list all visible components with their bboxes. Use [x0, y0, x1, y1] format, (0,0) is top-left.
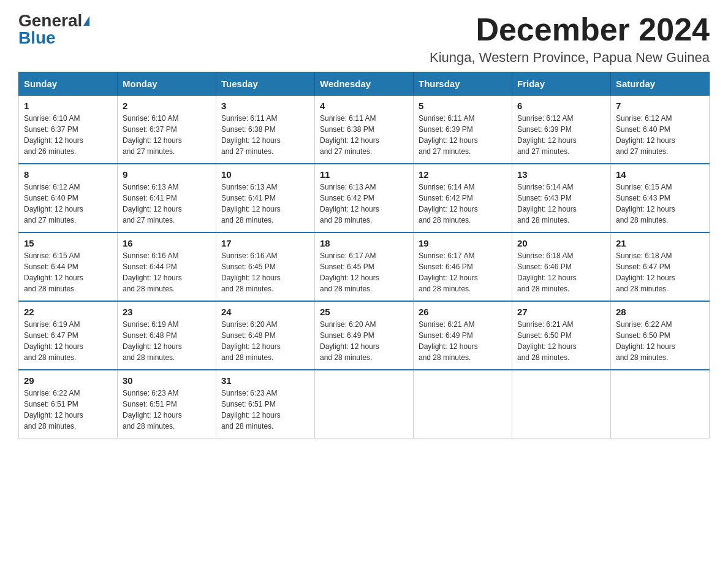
day-number: 31 [221, 375, 309, 386]
calendar-week-row: 1Sunrise: 6:10 AMSunset: 6:37 PMDaylight… [19, 96, 710, 164]
calendar-cell: 1Sunrise: 6:10 AMSunset: 6:37 PMDaylight… [19, 96, 118, 164]
calendar-cell: 10Sunrise: 6:13 AMSunset: 6:41 PMDayligh… [216, 164, 315, 232]
calendar-cell: 12Sunrise: 6:14 AMSunset: 6:42 PMDayligh… [414, 164, 512, 232]
day-number: 21 [616, 238, 704, 248]
day-number: 29 [24, 375, 112, 386]
day-info: Sunrise: 6:10 AMSunset: 6:37 PMDaylight:… [24, 113, 112, 157]
day-info: Sunrise: 6:12 AMSunset: 6:39 PMDaylight:… [517, 113, 605, 157]
calendar-cell: 22Sunrise: 6:19 AMSunset: 6:47 PMDayligh… [19, 301, 118, 370]
calendar-cell: 29Sunrise: 6:22 AMSunset: 6:51 PMDayligh… [19, 370, 118, 439]
day-number: 12 [419, 169, 507, 180]
calendar-table: SundayMondayTuesdayWednesdayThursdayFrid… [18, 72, 710, 439]
day-info: Sunrise: 6:11 AMSunset: 6:38 PMDaylight:… [320, 113, 408, 157]
calendar-cell: 5Sunrise: 6:11 AMSunset: 6:39 PMDaylight… [414, 96, 512, 164]
calendar-cell [512, 370, 611, 439]
calendar-cell: 2Sunrise: 6:10 AMSunset: 6:37 PMDaylight… [118, 96, 216, 164]
day-number: 1 [24, 101, 112, 111]
calendar-cell: 4Sunrise: 6:11 AMSunset: 6:38 PMDaylight… [315, 96, 414, 164]
header-tuesday: Tuesday [216, 72, 315, 96]
day-number: 6 [517, 101, 605, 111]
header-sunday: Sunday [19, 72, 118, 96]
calendar-week-row: 29Sunrise: 6:22 AMSunset: 6:51 PMDayligh… [19, 370, 710, 439]
day-number: 30 [123, 375, 211, 386]
day-info: Sunrise: 6:17 AMSunset: 6:46 PMDaylight:… [419, 250, 507, 294]
day-info: Sunrise: 6:16 AMSunset: 6:44 PMDaylight:… [123, 250, 211, 294]
calendar-cell: 14Sunrise: 6:15 AMSunset: 6:43 PMDayligh… [611, 164, 710, 232]
calendar-cell: 13Sunrise: 6:14 AMSunset: 6:43 PMDayligh… [512, 164, 611, 232]
calendar-cell: 28Sunrise: 6:22 AMSunset: 6:50 PMDayligh… [611, 301, 710, 370]
logo-triangle-icon [83, 16, 89, 26]
day-number: 24 [221, 307, 309, 317]
logo-blue-text: Blue [18, 29, 56, 47]
logo: General Blue [18, 12, 89, 47]
day-number: 18 [320, 238, 408, 248]
calendar-week-row: 22Sunrise: 6:19 AMSunset: 6:47 PMDayligh… [19, 301, 710, 370]
day-number: 8 [24, 169, 112, 180]
calendar-cell: 15Sunrise: 6:15 AMSunset: 6:44 PMDayligh… [19, 232, 118, 301]
header-saturday: Saturday [611, 72, 710, 96]
day-number: 4 [320, 101, 408, 111]
title-area: December 2024 Kiunga, Western Province, … [430, 12, 710, 66]
calendar-cell: 11Sunrise: 6:13 AMSunset: 6:42 PMDayligh… [315, 164, 414, 232]
calendar-cell: 8Sunrise: 6:12 AMSunset: 6:40 PMDaylight… [19, 164, 118, 232]
calendar-cell [414, 370, 512, 439]
day-info: Sunrise: 6:10 AMSunset: 6:37 PMDaylight:… [123, 113, 211, 157]
day-info: Sunrise: 6:18 AMSunset: 6:47 PMDaylight:… [616, 250, 704, 294]
calendar-cell: 3Sunrise: 6:11 AMSunset: 6:38 PMDaylight… [216, 96, 315, 164]
page-header: General Blue December 2024 Kiunga, Weste… [18, 12, 710, 66]
header-monday: Monday [118, 72, 216, 96]
day-info: Sunrise: 6:20 AMSunset: 6:49 PMDaylight:… [320, 319, 408, 363]
month-title: December 2024 [430, 12, 710, 47]
day-number: 27 [517, 307, 605, 317]
day-number: 25 [320, 307, 408, 317]
calendar-cell: 31Sunrise: 6:23 AMSunset: 6:51 PMDayligh… [216, 370, 315, 439]
day-number: 22 [24, 307, 112, 317]
calendar-cell: 25Sunrise: 6:20 AMSunset: 6:49 PMDayligh… [315, 301, 414, 370]
location-title: Kiunga, Western Province, Papua New Guin… [430, 50, 710, 66]
day-info: Sunrise: 6:17 AMSunset: 6:45 PMDaylight:… [320, 250, 408, 294]
day-number: 7 [616, 101, 704, 111]
day-info: Sunrise: 6:19 AMSunset: 6:47 PMDaylight:… [24, 319, 112, 363]
calendar-cell: 9Sunrise: 6:13 AMSunset: 6:41 PMDaylight… [118, 164, 216, 232]
calendar-cell: 24Sunrise: 6:20 AMSunset: 6:48 PMDayligh… [216, 301, 315, 370]
day-info: Sunrise: 6:18 AMSunset: 6:46 PMDaylight:… [517, 250, 605, 294]
day-number: 14 [616, 169, 704, 180]
header-thursday: Thursday [414, 72, 512, 96]
day-info: Sunrise: 6:22 AMSunset: 6:51 PMDaylight:… [24, 388, 112, 432]
day-info: Sunrise: 6:22 AMSunset: 6:50 PMDaylight:… [616, 319, 704, 363]
calendar-cell: 20Sunrise: 6:18 AMSunset: 6:46 PMDayligh… [512, 232, 611, 301]
day-info: Sunrise: 6:23 AMSunset: 6:51 PMDaylight:… [123, 388, 211, 432]
calendar-cell [611, 370, 710, 439]
day-number: 26 [419, 307, 507, 317]
day-number: 2 [123, 101, 211, 111]
day-info: Sunrise: 6:12 AMSunset: 6:40 PMDaylight:… [24, 182, 112, 226]
day-info: Sunrise: 6:13 AMSunset: 6:41 PMDaylight:… [221, 182, 309, 226]
day-info: Sunrise: 6:14 AMSunset: 6:42 PMDaylight:… [419, 182, 507, 226]
day-number: 3 [221, 101, 309, 111]
day-number: 16 [123, 238, 211, 248]
calendar-cell [315, 370, 414, 439]
day-info: Sunrise: 6:21 AMSunset: 6:49 PMDaylight:… [419, 319, 507, 363]
day-info: Sunrise: 6:16 AMSunset: 6:45 PMDaylight:… [221, 250, 309, 294]
day-info: Sunrise: 6:20 AMSunset: 6:48 PMDaylight:… [221, 319, 309, 363]
logo-general-text: General [18, 12, 82, 29]
calendar-cell: 17Sunrise: 6:16 AMSunset: 6:45 PMDayligh… [216, 232, 315, 301]
calendar-cell: 6Sunrise: 6:12 AMSunset: 6:39 PMDaylight… [512, 96, 611, 164]
day-info: Sunrise: 6:15 AMSunset: 6:43 PMDaylight:… [616, 182, 704, 226]
calendar-cell: 26Sunrise: 6:21 AMSunset: 6:49 PMDayligh… [414, 301, 512, 370]
day-number: 20 [517, 238, 605, 248]
calendar-week-row: 15Sunrise: 6:15 AMSunset: 6:44 PMDayligh… [19, 232, 710, 301]
day-number: 28 [616, 307, 704, 317]
day-number: 11 [320, 169, 408, 180]
day-info: Sunrise: 6:14 AMSunset: 6:43 PMDaylight:… [517, 182, 605, 226]
day-number: 10 [221, 169, 309, 180]
calendar-cell: 21Sunrise: 6:18 AMSunset: 6:47 PMDayligh… [611, 232, 710, 301]
calendar-header-row: SundayMondayTuesdayWednesdayThursdayFrid… [19, 72, 710, 96]
day-number: 17 [221, 238, 309, 248]
calendar-cell: 19Sunrise: 6:17 AMSunset: 6:46 PMDayligh… [414, 232, 512, 301]
day-info: Sunrise: 6:21 AMSunset: 6:50 PMDaylight:… [517, 319, 605, 363]
calendar-week-row: 8Sunrise: 6:12 AMSunset: 6:40 PMDaylight… [19, 164, 710, 232]
day-number: 19 [419, 238, 507, 248]
header-wednesday: Wednesday [315, 72, 414, 96]
calendar-cell: 30Sunrise: 6:23 AMSunset: 6:51 PMDayligh… [118, 370, 216, 439]
